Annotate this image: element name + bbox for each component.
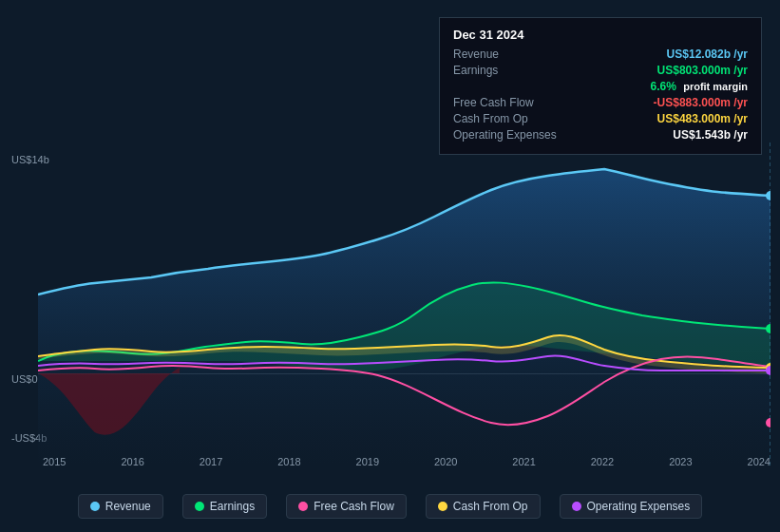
chart-legend: Revenue Earnings Free Cash Flow Cash Fro… <box>0 494 780 519</box>
tooltip-value-earnings: US$803.000m /yr <box>657 64 748 77</box>
x-label-2018: 2018 <box>277 456 300 467</box>
tooltip-row-earnings: Earnings US$803.000m /yr <box>453 64 748 77</box>
profit-margin-value: 6.6% <box>650 80 675 93</box>
legend-dot-cfo <box>438 502 447 511</box>
legend-label-earnings: Earnings <box>210 500 255 513</box>
tooltip-row-cfo: Cash From Op US$483.000m /yr <box>453 112 748 125</box>
tooltip-label-fcf: Free Cash Flow <box>453 96 558 109</box>
legend-item-earnings[interactable]: Earnings <box>182 494 267 519</box>
tooltip-value-cfo: US$483.000m /yr <box>657 112 748 125</box>
x-label-2015: 2015 <box>43 456 66 467</box>
tooltip-box: Dec 31 2024 Revenue US$12.082b /yr Earni… <box>439 17 762 155</box>
legend-label-revenue: Revenue <box>105 500 151 513</box>
legend-label-cfo: Cash From Op <box>453 500 528 513</box>
legend-dot-revenue <box>90 502 100 511</box>
tooltip-value-opex: US$1.543b /yr <box>673 128 748 142</box>
tooltip-value-revenue: US$12.082b /yr <box>667 48 748 61</box>
x-axis-labels: 2015 2016 2017 2018 2019 2020 2021 2022 … <box>43 456 770 467</box>
tooltip-row-margin: 6.6% profit margin <box>453 80 748 93</box>
legend-item-revenue[interactable]: Revenue <box>78 494 163 519</box>
x-label-2024: 2024 <box>748 456 770 467</box>
legend-item-fcf[interactable]: Free Cash Flow <box>286 494 407 519</box>
legend-item-cfo[interactable]: Cash From Op <box>426 494 541 519</box>
x-label-2017: 2017 <box>200 456 222 467</box>
tooltip-label-cfo: Cash From Op <box>453 112 558 125</box>
legend-dot-fcf <box>298 502 308 511</box>
profit-margin-label: profit margin <box>683 81 748 92</box>
chart-container: Dec 31 2024 Revenue US$12.082b /yr Earni… <box>0 0 780 532</box>
chart-svg <box>38 142 770 466</box>
x-label-2021: 2021 <box>512 456 535 467</box>
legend-label-fcf: Free Cash Flow <box>314 500 394 513</box>
tooltip-label-opex: Operating Expenses <box>453 128 558 142</box>
y-label-0: US$0 <box>11 373 38 385</box>
legend-item-opex[interactable]: Operating Expenses <box>560 494 703 519</box>
tooltip-label-revenue: Revenue <box>453 48 558 61</box>
legend-dot-earnings <box>195 502 204 511</box>
legend-label-opex: Operating Expenses <box>587 500 691 513</box>
tooltip-value-margin: 6.6% profit margin <box>650 80 748 93</box>
x-label-2022: 2022 <box>591 456 614 467</box>
legend-dot-opex <box>572 502 581 511</box>
tooltip-row-fcf: Free Cash Flow -US$883.000m /yr <box>453 96 748 109</box>
x-label-2023: 2023 <box>669 456 692 467</box>
x-label-2019: 2019 <box>356 456 379 467</box>
tooltip-row-opex: Operating Expenses US$1.543b /yr <box>453 128 748 142</box>
x-label-2016: 2016 <box>121 456 143 467</box>
tooltip-value-fcf: -US$883.000m /yr <box>654 96 748 109</box>
tooltip-label-earnings: Earnings <box>453 64 558 77</box>
x-label-2020: 2020 <box>434 456 457 467</box>
tooltip-row-revenue: Revenue US$12.082b /yr <box>453 48 748 61</box>
tooltip-date: Dec 31 2024 <box>453 28 748 42</box>
